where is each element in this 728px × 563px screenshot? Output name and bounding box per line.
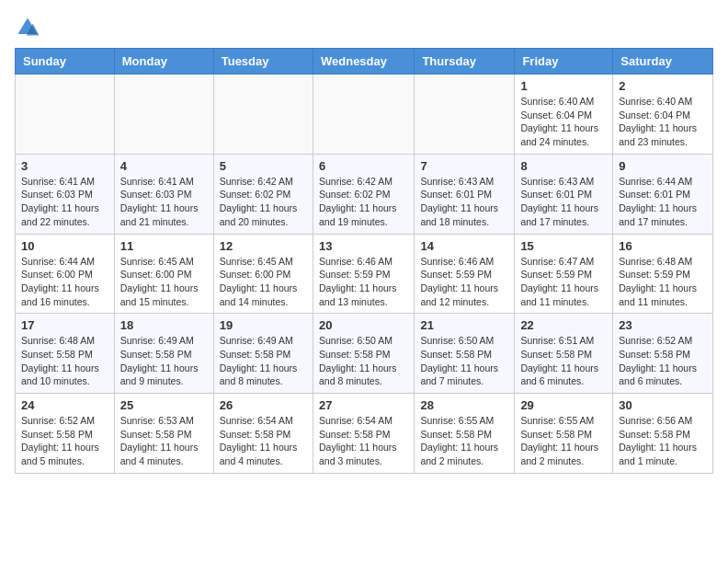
calendar-cell [114,75,213,155]
calendar-cell: 25Sunrise: 6:53 AM Sunset: 5:58 PM Dayli… [114,394,213,474]
day-info: Sunrise: 6:42 AM Sunset: 6:02 PM Dayligh… [319,175,408,229]
calendar-cell: 1Sunrise: 6:40 AM Sunset: 6:04 PM Daylig… [515,75,613,155]
calendar-cell [16,75,115,155]
day-number: 27 [319,398,408,412]
calendar-table: SundayMondayTuesdayWednesdayThursdayFrid… [15,48,713,474]
calendar-cell [415,75,515,155]
day-info: Sunrise: 6:50 AM Sunset: 5:58 PM Dayligh… [319,334,408,388]
day-info: Sunrise: 6:49 AM Sunset: 5:58 PM Dayligh… [220,334,307,388]
day-info: Sunrise: 6:51 AM Sunset: 5:58 PM Dayligh… [520,334,607,388]
day-number: 21 [420,318,508,332]
page-header [15,15,713,40]
day-info: Sunrise: 6:53 AM Sunset: 5:58 PM Dayligh… [120,414,208,468]
day-number: 9 [619,159,707,173]
day-info: Sunrise: 6:54 AM Sunset: 5:58 PM Dayligh… [220,414,307,468]
day-number: 30 [619,398,707,412]
day-number: 14 [420,239,508,253]
day-info: Sunrise: 6:46 AM Sunset: 5:59 PM Dayligh… [420,255,508,309]
day-info: Sunrise: 6:45 AM Sunset: 6:00 PM Dayligh… [120,255,208,309]
calendar-cell: 20Sunrise: 6:50 AM Sunset: 5:58 PM Dayli… [313,314,414,394]
day-number: 28 [420,398,508,412]
calendar-cell [313,75,414,155]
calendar-week-row: 17Sunrise: 6:48 AM Sunset: 5:58 PM Dayli… [16,314,713,394]
day-number: 17 [21,318,108,332]
calendar-cell: 28Sunrise: 6:55 AM Sunset: 5:58 PM Dayli… [415,394,515,474]
day-number: 24 [21,398,108,412]
day-number: 25 [120,398,208,412]
day-number: 10 [21,239,108,253]
calendar-cell: 14Sunrise: 6:46 AM Sunset: 5:59 PM Dayli… [415,234,515,314]
day-info: Sunrise: 6:43 AM Sunset: 6:01 PM Dayligh… [420,175,508,229]
day-info: Sunrise: 6:45 AM Sunset: 6:00 PM Dayligh… [220,255,307,309]
day-info: Sunrise: 6:54 AM Sunset: 5:58 PM Dayligh… [319,414,408,468]
logo [15,15,44,40]
day-number: 7 [420,159,508,173]
weekday-header: Friday [515,49,613,75]
calendar-cell: 26Sunrise: 6:54 AM Sunset: 5:58 PM Dayli… [213,394,313,474]
weekday-header: Sunday [16,49,115,75]
day-number: 13 [319,239,408,253]
calendar-cell: 30Sunrise: 6:56 AM Sunset: 5:58 PM Dayli… [613,394,713,474]
logo-icon [15,15,40,40]
day-number: 22 [520,318,607,332]
day-number: 11 [120,239,208,253]
day-info: Sunrise: 6:48 AM Sunset: 5:58 PM Dayligh… [21,334,108,388]
day-number: 26 [220,398,307,412]
day-info: Sunrise: 6:52 AM Sunset: 5:58 PM Dayligh… [21,414,108,468]
day-number: 19 [220,318,307,332]
day-number: 6 [319,159,408,173]
calendar-cell: 11Sunrise: 6:45 AM Sunset: 6:00 PM Dayli… [114,234,213,314]
day-number: 18 [120,318,208,332]
calendar-cell: 17Sunrise: 6:48 AM Sunset: 5:58 PM Dayli… [16,314,115,394]
weekday-header: Thursday [415,49,515,75]
calendar-cell: 6Sunrise: 6:42 AM Sunset: 6:02 PM Daylig… [313,154,414,234]
weekday-header: Wednesday [313,49,414,75]
calendar-cell: 10Sunrise: 6:44 AM Sunset: 6:00 PM Dayli… [16,234,115,314]
calendar-cell: 27Sunrise: 6:54 AM Sunset: 5:58 PM Dayli… [313,394,414,474]
day-info: Sunrise: 6:44 AM Sunset: 6:01 PM Dayligh… [619,175,707,229]
calendar-cell: 8Sunrise: 6:43 AM Sunset: 6:01 PM Daylig… [515,154,613,234]
weekday-header: Tuesday [213,49,313,75]
day-number: 16 [619,239,707,253]
day-info: Sunrise: 6:56 AM Sunset: 5:58 PM Dayligh… [619,414,707,468]
day-number: 15 [520,239,607,253]
calendar-cell [213,75,313,155]
day-info: Sunrise: 6:52 AM Sunset: 5:58 PM Dayligh… [619,334,707,388]
day-number: 4 [120,159,208,173]
day-number: 2 [619,79,707,93]
day-number: 12 [220,239,307,253]
calendar-cell: 18Sunrise: 6:49 AM Sunset: 5:58 PM Dayli… [114,314,213,394]
weekday-header: Saturday [613,49,713,75]
day-number: 3 [21,159,108,173]
day-number: 20 [319,318,408,332]
day-number: 5 [220,159,307,173]
calendar-cell: 4Sunrise: 6:41 AM Sunset: 6:03 PM Daylig… [114,154,213,234]
calendar-cell: 23Sunrise: 6:52 AM Sunset: 5:58 PM Dayli… [613,314,713,394]
day-info: Sunrise: 6:48 AM Sunset: 5:59 PM Dayligh… [619,255,707,309]
day-info: Sunrise: 6:55 AM Sunset: 5:58 PM Dayligh… [420,414,508,468]
day-info: Sunrise: 6:55 AM Sunset: 5:58 PM Dayligh… [520,414,607,468]
day-number: 29 [520,398,607,412]
day-info: Sunrise: 6:47 AM Sunset: 5:59 PM Dayligh… [520,255,607,309]
day-info: Sunrise: 6:50 AM Sunset: 5:58 PM Dayligh… [420,334,508,388]
day-number: 1 [520,79,607,93]
calendar-week-row: 24Sunrise: 6:52 AM Sunset: 5:58 PM Dayli… [16,394,713,474]
calendar-cell: 15Sunrise: 6:47 AM Sunset: 5:59 PM Dayli… [515,234,613,314]
calendar-cell: 24Sunrise: 6:52 AM Sunset: 5:58 PM Dayli… [16,394,115,474]
calendar-cell: 21Sunrise: 6:50 AM Sunset: 5:58 PM Dayli… [415,314,515,394]
calendar-week-row: 1Sunrise: 6:40 AM Sunset: 6:04 PM Daylig… [16,75,713,155]
calendar-cell: 5Sunrise: 6:42 AM Sunset: 6:02 PM Daylig… [213,154,313,234]
day-info: Sunrise: 6:43 AM Sunset: 6:01 PM Dayligh… [520,175,607,229]
calendar-cell: 22Sunrise: 6:51 AM Sunset: 5:58 PM Dayli… [515,314,613,394]
calendar-cell: 7Sunrise: 6:43 AM Sunset: 6:01 PM Daylig… [415,154,515,234]
day-info: Sunrise: 6:40 AM Sunset: 6:04 PM Dayligh… [520,95,607,149]
calendar-cell: 9Sunrise: 6:44 AM Sunset: 6:01 PM Daylig… [613,154,713,234]
day-info: Sunrise: 6:46 AM Sunset: 5:59 PM Dayligh… [319,255,408,309]
day-info: Sunrise: 6:44 AM Sunset: 6:00 PM Dayligh… [21,255,108,309]
calendar-cell: 12Sunrise: 6:45 AM Sunset: 6:00 PM Dayli… [213,234,313,314]
calendar-cell: 3Sunrise: 6:41 AM Sunset: 6:03 PM Daylig… [16,154,115,234]
calendar-week-row: 10Sunrise: 6:44 AM Sunset: 6:00 PM Dayli… [16,234,713,314]
calendar-cell: 16Sunrise: 6:48 AM Sunset: 5:59 PM Dayli… [613,234,713,314]
calendar-cell: 29Sunrise: 6:55 AM Sunset: 5:58 PM Dayli… [515,394,613,474]
calendar-cell: 2Sunrise: 6:40 AM Sunset: 6:04 PM Daylig… [613,75,713,155]
